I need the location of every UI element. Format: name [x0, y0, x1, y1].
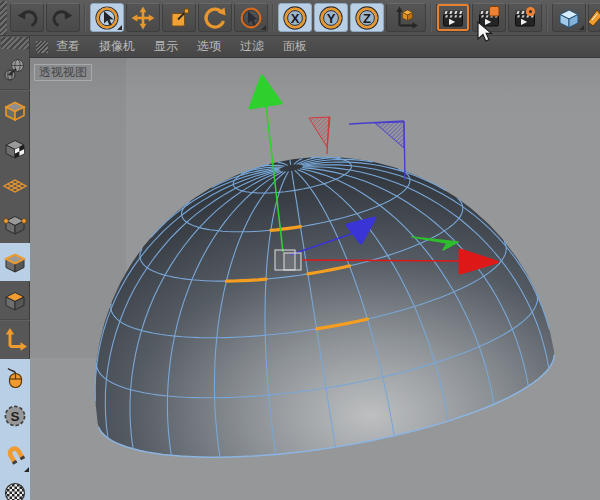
submenu-indicator	[117, 25, 122, 30]
workplane-mode-icon	[2, 173, 28, 199]
texture-mode-button[interactable]	[0, 129, 30, 167]
menu-options[interactable]: 选项	[197, 38, 221, 55]
redo-button[interactable]	[46, 3, 80, 32]
svg-text:Z: Z	[363, 10, 371, 25]
render-settings-button[interactable]	[508, 3, 542, 32]
top-toolbar: XYZ	[0, 0, 600, 36]
lock-y-button[interactable]: Y	[314, 3, 348, 32]
last-tool-button[interactable]	[234, 3, 268, 32]
coord-system-icon	[393, 5, 419, 31]
model-mode-icon	[2, 97, 28, 123]
rotate-icon	[203, 6, 227, 30]
enable-axis-icon	[2, 327, 28, 353]
menu-filter[interactable]: 过滤	[240, 38, 264, 55]
pen-icon	[588, 5, 600, 31]
live-selection-button[interactable]	[90, 3, 124, 32]
snap-s-icon: S	[2, 403, 28, 429]
make-editable-button[interactable]	[0, 51, 30, 89]
rotate-button[interactable]	[198, 3, 232, 32]
palette-grip[interactable]	[1, 37, 29, 49]
toolbar-separator	[272, 4, 274, 32]
toolbar-separator	[430, 4, 432, 32]
axis-y-icon: Y	[317, 5, 345, 31]
submenu-indicator	[261, 25, 266, 30]
move-icon	[131, 6, 155, 30]
undo-button[interactable]	[10, 3, 44, 32]
menubar-grip[interactable]	[36, 41, 48, 53]
edges-mode-button[interactable]	[0, 243, 30, 281]
scale-icon	[167, 6, 191, 30]
left-tool-palette: S	[0, 36, 30, 500]
menu-panel[interactable]: 面板	[283, 38, 307, 55]
submenu-indicator	[579, 25, 584, 30]
points-mode-icon	[2, 211, 28, 237]
toolbar-separator	[84, 4, 86, 32]
texture-mode-icon	[2, 135, 28, 161]
axis-x-icon: X	[281, 5, 309, 31]
quantize-button[interactable]	[0, 473, 30, 500]
render-view-icon	[441, 5, 465, 31]
render-view-button[interactable]	[436, 3, 470, 32]
coordinate-system-button[interactable]	[386, 3, 426, 32]
move-button[interactable]	[126, 3, 160, 32]
scene-canvas[interactable]	[30, 36, 600, 500]
pen-tool-button[interactable]	[588, 3, 600, 32]
tweak-mouse-icon	[2, 365, 28, 391]
workplane-mode-button[interactable]	[0, 167, 30, 205]
perspective-viewport[interactable]: 查看摄像机显示选项过滤面板 透视视图	[30, 36, 600, 500]
add-cube-button[interactable]	[552, 3, 586, 32]
menu-display[interactable]: 显示	[154, 38, 178, 55]
submenu-indicator	[24, 467, 29, 472]
view-label[interactable]: 透视视图	[34, 64, 92, 81]
menu-view[interactable]: 查看	[56, 38, 80, 55]
model-mode-button[interactable]	[0, 91, 30, 129]
svg-text:Y: Y	[327, 10, 336, 25]
polygons-mode-button[interactable]	[0, 281, 30, 319]
svg-text:S: S	[10, 409, 19, 424]
tweak-mode-button[interactable]	[0, 359, 30, 397]
svg-text:X: X	[291, 10, 300, 25]
snap-button[interactable]: S	[0, 397, 30, 435]
edges-mode-icon	[2, 249, 28, 275]
cinema4d-window: XYZ S 查看摄像机显示选项过滤面板 透视视图	[0, 0, 600, 500]
enable-axis-button[interactable]	[0, 321, 30, 359]
render-settings-icon	[513, 5, 537, 31]
undo-icon	[15, 6, 39, 30]
toolbar-separator	[546, 4, 548, 32]
toolbar-grip[interactable]	[0, 1, 7, 35]
quantize-icon	[2, 479, 28, 500]
polygons-mode-icon	[2, 287, 28, 313]
menu-camera[interactable]: 摄像机	[99, 38, 135, 55]
viewport-menubar: 查看摄像机显示选项过滤面板	[30, 36, 600, 58]
points-mode-button[interactable]	[0, 205, 30, 243]
axis-z-icon: Z	[353, 5, 381, 31]
magnet-icon	[2, 441, 28, 467]
redo-icon	[51, 6, 75, 30]
lock-z-button[interactable]: Z	[350, 3, 384, 32]
make-editable-icon	[2, 57, 28, 83]
magnet-button[interactable]	[0, 435, 30, 473]
scale-button[interactable]	[162, 3, 196, 32]
lock-x-button[interactable]: X	[278, 3, 312, 32]
mouse-cursor	[477, 21, 495, 45]
